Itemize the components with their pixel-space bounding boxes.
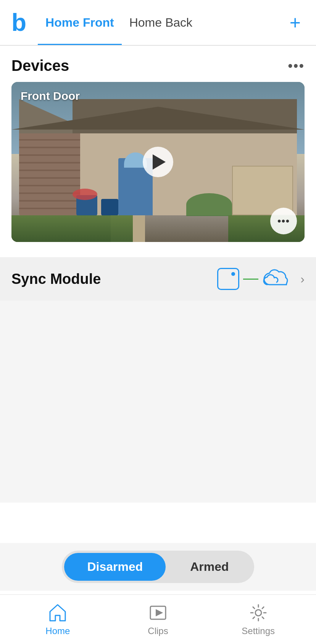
- header: b Home Front Home Back +: [0, 0, 316, 46]
- play-icon: [153, 154, 166, 170]
- chevron-right-icon: ›: [300, 272, 305, 286]
- sync-module-row[interactable]: Sync Module ›: [0, 257, 316, 301]
- settings-icon: [248, 603, 268, 623]
- devices-header: Devices •••: [0, 46, 316, 82]
- tab-home-front[interactable]: Home Front: [38, 0, 122, 45]
- tab-bar: Home Front Home Back: [38, 0, 286, 45]
- add-button[interactable]: +: [286, 9, 305, 36]
- pot-right: [101, 199, 118, 216]
- sync-module-title: Sync Module: [11, 271, 101, 287]
- devices-title: Devices: [11, 57, 69, 74]
- nav-item-home[interactable]: Home: [8, 603, 108, 636]
- camera-label: Front Door: [21, 90, 80, 103]
- grass-left: [11, 215, 133, 242]
- nav-item-settings[interactable]: Settings: [208, 603, 308, 636]
- play-button[interactable]: [143, 147, 173, 177]
- home-nav-label: Home: [45, 626, 70, 636]
- sync-device-dot: [231, 272, 235, 276]
- disarmed-button[interactable]: Disarmed: [64, 553, 166, 581]
- nav-item-clips[interactable]: Clips: [108, 603, 208, 636]
- home-icon: [48, 603, 68, 623]
- flowers-left: [73, 189, 97, 200]
- camera-card[interactable]: Front Door •••: [11, 82, 305, 242]
- clips-icon: [148, 603, 168, 623]
- shrubs: [186, 193, 232, 216]
- sync-status-icons: ›: [217, 268, 305, 290]
- app-logo: b: [11, 10, 26, 35]
- sync-connection-line: [243, 279, 258, 280]
- arm-controls: Disarmed Armed: [0, 543, 316, 591]
- tab-home-back[interactable]: Home Back: [122, 0, 200, 45]
- main-content: [0, 301, 316, 503]
- svg-point-2: [255, 610, 261, 616]
- bottom-nav: Home Clips Settings: [0, 594, 316, 644]
- svg-marker-1: [156, 610, 162, 616]
- clips-nav-label: Clips: [148, 626, 168, 636]
- armed-button[interactable]: Armed: [167, 553, 252, 581]
- cloud-icon: [262, 269, 293, 290]
- devices-more-button[interactable]: •••: [288, 58, 305, 74]
- arm-toggle: Disarmed Armed: [62, 551, 254, 583]
- sync-device-icon: [217, 268, 239, 290]
- camera-more-button[interactable]: •••: [270, 208, 297, 234]
- settings-nav-label: Settings: [242, 626, 275, 636]
